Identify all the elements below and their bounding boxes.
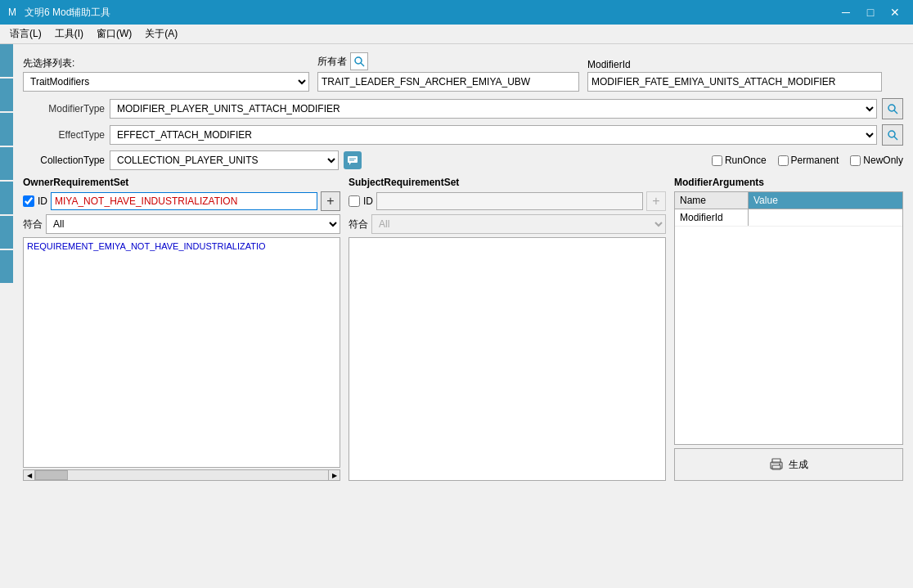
subject-requirement-list[interactable] — [349, 237, 666, 481]
window-title: 文明6 Mod辅助工具 — [25, 6, 834, 20]
col-name-header: Name — [675, 192, 749, 209]
svg-text:M: M — [8, 7, 16, 18]
owner-add-button[interactable]: + — [321, 191, 340, 211]
owner-id-input[interactable] — [51, 192, 317, 210]
permanent-label: Permanent — [791, 155, 839, 166]
owner-label: 所有者 — [317, 55, 347, 69]
owner-fuhe-label: 符合 — [23, 218, 43, 231]
close-button[interactable]: ✕ — [884, 4, 906, 20]
window-controls: ─ □ ✕ — [834, 4, 906, 20]
subject-fuhe-label: 符合 — [349, 218, 368, 231]
subject-id-checkbox[interactable] — [349, 195, 360, 207]
maximize-button[interactable]: □ — [859, 4, 882, 20]
collection-type-label: CollectionType — [23, 155, 105, 166]
subject-add-button-disabled: + — [646, 191, 666, 211]
owner-search-button[interactable] — [350, 52, 368, 70]
owner-id-label: ID — [38, 195, 47, 207]
modifier-arguments-header: ModifierArguments — [674, 177, 903, 188]
modifier-type-select[interactable]: MODIFIER_PLAYER_UNITS_ATTACH_MODIFIER — [110, 99, 877, 119]
search-icon — [887, 103, 898, 114]
modifier-arguments-cell-value-0 — [749, 209, 902, 226]
svg-line-3 — [361, 63, 364, 66]
menu-window[interactable]: 窗口(W) — [90, 25, 138, 43]
effect-type-row: EffectType EFFECT_ATTACH_MODIFIER — [23, 124, 903, 146]
hscroll-thumb[interactable] — [35, 470, 68, 480]
printer-icon — [769, 457, 784, 472]
sidebar-tab-1[interactable] — [0, 44, 13, 77]
new-only-checkbox[interactable] — [850, 155, 861, 166]
new-only-label: NewOnly — [863, 155, 903, 166]
collection-type-select[interactable]: COLLECTION_PLAYER_UNITS — [110, 150, 339, 170]
collection-type-row: CollectionType COLLECTION_PLAYER_UNITS R… — [23, 150, 903, 170]
owner-fuhe-row: 符合 All — [23, 214, 340, 234]
selector-label: 先选择列表: — [23, 56, 309, 70]
subject-id-label: ID — [363, 195, 373, 207]
modifier-id-input[interactable] — [587, 72, 882, 92]
sidebar-tab-4[interactable] — [0, 147, 13, 180]
generate-button[interactable]: 生成 — [674, 448, 903, 481]
subject-requirement-panel: SubjectRequirementSet ID + 符合 All — [349, 177, 666, 481]
svg-rect-8 — [348, 156, 358, 163]
selector-group: 先选择列表: TraitModifiers — [23, 56, 309, 92]
svg-marker-9 — [349, 163, 351, 165]
new-only-checkbox-label[interactable]: NewOnly — [850, 155, 903, 166]
svg-point-6 — [888, 131, 895, 137]
owner-requirement-controls: ID + — [23, 191, 340, 211]
checkboxes-group: RunOnce Permanent NewOnly — [712, 155, 903, 166]
menubar: 语言(L) 工具(I) 窗口(W) 关于(A) — [0, 25, 913, 44]
effect-type-label: EffectType — [23, 129, 105, 141]
owner-requirement-panel: OwnerRequirementSet ID + 符合 All REQUIREM… — [23, 177, 340, 481]
owner-id-checkbox[interactable] — [23, 195, 34, 207]
owner-input[interactable] — [317, 72, 579, 92]
svg-line-5 — [894, 110, 897, 114]
col-value-header: Value — [749, 192, 902, 209]
menu-tools[interactable]: 工具(I) — [48, 25, 90, 43]
modifier-arguments-table: Name Value ModifierId — [674, 191, 903, 445]
svg-line-7 — [894, 137, 897, 140]
modifier-arguments-row-0[interactable]: ModifierId — [675, 209, 902, 227]
titlebar: M 文明6 Mod辅助工具 ─ □ ✕ — [0, 0, 913, 25]
run-once-checkbox-label[interactable]: RunOnce — [712, 155, 767, 166]
owner-row: 所有者 — [317, 52, 579, 70]
search-icon — [887, 129, 898, 141]
effect-type-search-button[interactable] — [882, 124, 903, 146]
list-item: REQUIREMENT_EMIYA_NOT_HAVE_INDUSTRIALIZA… — [27, 241, 336, 251]
owner-hscroll[interactable]: ◀ ▶ — [23, 469, 340, 481]
sidebar-tab-6[interactable] — [0, 216, 13, 249]
owner-group: 所有者 — [317, 52, 579, 92]
sidebar-tab-2[interactable] — [0, 79, 13, 111]
run-once-checkbox[interactable] — [712, 155, 722, 166]
sidebar-tab-5[interactable] — [0, 182, 13, 214]
search-icon — [353, 56, 365, 67]
menu-about[interactable]: 关于(A) — [138, 25, 184, 43]
modifier-type-row: ModifierType MODIFIER_PLAYER_UNITS_ATTAC… — [23, 98, 903, 119]
sidebar-tab-3[interactable] — [0, 113, 13, 146]
hscroll-left-arrow[interactable]: ◀ — [24, 470, 35, 480]
top-row: 先选择列表: TraitModifiers 所有者 ModifierId — [23, 52, 903, 92]
sidebar-tab-7[interactable] — [0, 250, 13, 283]
modifier-id-group: ModifierId — [587, 59, 882, 92]
subject-id-input[interactable] — [376, 192, 643, 210]
owner-fuhe-select[interactable]: All — [46, 214, 340, 234]
modifier-id-label: ModifierId — [587, 59, 882, 70]
modifier-arguments-panel: ModifierArguments Name Value ModifierId — [674, 177, 903, 481]
menu-language[interactable]: 语言(L) — [3, 25, 48, 43]
modifier-type-search-button[interactable] — [882, 98, 903, 119]
sidebar-tabs — [0, 44, 13, 285]
message-icon[interactable] — [344, 151, 362, 169]
svg-point-4 — [888, 105, 895, 111]
panels-row: OwnerRequirementSet ID + 符合 All REQUIREM… — [23, 177, 903, 481]
minimize-button[interactable]: ─ — [834, 4, 857, 20]
app-icon: M — [7, 6, 20, 19]
permanent-checkbox[interactable] — [778, 155, 789, 166]
subject-fuhe-select: All — [371, 214, 666, 234]
hscroll-right-arrow[interactable]: ▶ — [328, 470, 340, 480]
generate-label: 生成 — [789, 458, 808, 472]
main-content: 先选择列表: TraitModifiers 所有者 ModifierId — [13, 44, 913, 489]
permanent-checkbox-label[interactable]: Permanent — [778, 155, 839, 166]
effect-type-select[interactable]: EFFECT_ATTACH_MODIFIER — [110, 125, 877, 145]
owner-requirement-header: OwnerRequirementSet — [23, 177, 340, 188]
selector-dropdown[interactable]: TraitModifiers — [23, 72, 309, 92]
owner-requirement-list[interactable]: REQUIREMENT_EMIYA_NOT_HAVE_INDUSTRIALIZA… — [23, 237, 340, 468]
subject-fuhe-row: 符合 All — [349, 214, 666, 234]
